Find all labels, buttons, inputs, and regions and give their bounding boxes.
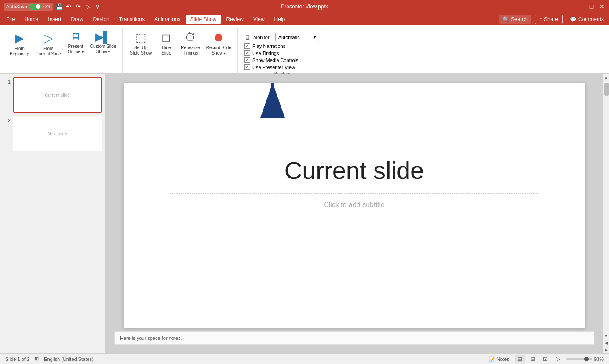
autosave-label: AutoSave [6, 4, 27, 9]
menu-slide-show[interactable]: Slide Show [186, 15, 221, 24]
monitor-dropdown[interactable]: Automatic ▾ [275, 33, 319, 41]
close-icon[interactable]: ✕ [598, 3, 605, 10]
fit-slide-icon[interactable]: ⊞ [35, 356, 39, 362]
slideshow-view-button[interactable]: ▷ [554, 355, 562, 363]
rehearse-timings-button[interactable]: ⏱ RehearseTimings [178, 29, 202, 58]
play-narrations-checkbox[interactable]: ✓ [244, 43, 250, 49]
slide-subtitle-placeholder: Click to add subtitle [324, 201, 385, 209]
hide-slide-icon: ◻ [161, 31, 171, 44]
present-online-icon: 🖥 [70, 31, 81, 43]
setup-icon: ⬚ [135, 31, 146, 44]
search-icon: 🔍 [503, 16, 509, 22]
scroll-up-arrow[interactable]: ▲ [603, 74, 609, 81]
record-label: Record SlideShow ▾ [206, 45, 231, 56]
scroll-next-icon[interactable]: ▶ [603, 346, 609, 353]
more-icon[interactable]: ∨ [94, 3, 101, 10]
show-media-controls-checkbox-row[interactable]: ✓ Show Media Controls [244, 57, 299, 63]
slide-thumb-label-2: Next slide [48, 131, 67, 136]
setup-buttons: ⬚ Set UpSlide Show ◻ HideSlide ⏱ Rehears… [127, 27, 234, 76]
present-icon[interactable]: ▷ [84, 3, 91, 10]
normal-view-button[interactable]: ⊞ [515, 355, 525, 363]
status-bar: Slide 1 of 2 ⊞ English (United States) 📝… [0, 353, 609, 364]
menu-help[interactable]: Help [270, 15, 290, 24]
monitor-dropdown-arrow: ▾ [314, 34, 316, 40]
custom-slide-show-button[interactable]: ▶▌ Custom SlideShow ▾ [88, 29, 119, 56]
main-area: 1 Current slide 2 Next slide [0, 74, 609, 353]
status-bar-right: 📝 Notes ⊞ ⊟ ⊡ ▷ 93% [486, 355, 604, 363]
menu-file[interactable]: File [2, 15, 19, 24]
save-icon[interactable]: 💾 [55, 3, 62, 10]
use-presenter-view-checkbox[interactable]: ✓ [244, 64, 250, 70]
zoom-level: 93% [594, 357, 604, 362]
menu-review[interactable]: Review [222, 15, 248, 24]
menu-view[interactable]: View [249, 15, 269, 24]
custom-show-icon: ▶▌ [95, 31, 111, 43]
slide-thumb-2[interactable]: Next slide [13, 116, 102, 151]
reading-view-button[interactable]: ⊡ [541, 355, 550, 363]
menu-transitions[interactable]: Transitions [115, 15, 149, 24]
menu-bar: File Home Insert Draw Design Transitions… [0, 13, 609, 25]
from-current-icon: ▷ [44, 31, 53, 45]
comments-icon: 💬 [570, 16, 576, 22]
use-timings-checkbox-row[interactable]: ✓ Use Timings [244, 50, 279, 56]
undo-icon[interactable]: ↶ [65, 3, 72, 10]
autosave-toggle[interactable] [29, 4, 41, 10]
monitor-value: Automatic [278, 35, 300, 40]
slide-number-1: 1 [4, 77, 11, 84]
slide-title: Current slide [284, 156, 424, 185]
hide-slide-label: HideSlide [161, 45, 171, 56]
from-current-label: FromCurrent Slide [35, 46, 61, 57]
monitor-row: 🖥 Monitor: Automatic ▾ [244, 33, 319, 41]
slide-canvas[interactable]: Current slide Click to add subtitle [124, 83, 585, 328]
monitor-icon: 🖥 [244, 34, 251, 41]
zoom-slider[interactable] [566, 358, 592, 360]
present-online-label: PresentOnline ▾ [68, 44, 84, 55]
show-media-controls-checkbox[interactable]: ✓ [244, 57, 250, 63]
set-up-slide-show-button[interactable]: ⬚ Set UpSlide Show [127, 29, 154, 58]
menu-draw[interactable]: Draw [66, 15, 88, 24]
from-current-slide-button[interactable]: ▷ FromCurrent Slide [33, 29, 63, 58]
record-icon: ⏺ [213, 31, 224, 44]
use-timings-checkbox[interactable]: ✓ [244, 50, 250, 56]
menu-home[interactable]: Home [20, 15, 43, 24]
play-narrations-checkbox-row[interactable]: ✓ Play Narrations [244, 43, 285, 49]
slide-item-1[interactable]: 1 Current slide [4, 77, 102, 113]
slide-item-2[interactable]: 2 Next slide [4, 116, 102, 151]
scroll-down-arrow[interactable]: ▼ [603, 332, 609, 339]
slide-panel: 1 Current slide 2 Next slide [0, 74, 106, 353]
autosave-badge[interactable]: AutoSave ON [4, 3, 53, 11]
notes-placeholder: Here is your space for notes. [120, 335, 182, 341]
zoom-knob [584, 357, 589, 361]
menu-insert[interactable]: Insert [44, 15, 66, 24]
use-presenter-view-label: Use Presenter View [252, 65, 295, 70]
present-online-arrow: ▾ [82, 50, 84, 54]
share-label: Share [544, 16, 558, 22]
record-slide-show-button[interactable]: ⏺ Record SlideShow ▾ [204, 29, 234, 58]
scroll-prev-icon[interactable]: ◀ [603, 339, 609, 346]
slide-subtitle-box[interactable]: Click to add subtitle [170, 193, 539, 255]
comments-button[interactable]: 💬 Comments [566, 15, 607, 24]
from-beginning-button[interactable]: ▶ FromBeginning [7, 29, 32, 58]
present-online-button[interactable]: 🖥 PresentOnline ▾ [65, 29, 87, 56]
ribbon: ▶ FromBeginning ▷ FromCurrent Slide 🖥 Pr… [0, 25, 609, 74]
slide-thumb-1[interactable]: Current slide [13, 77, 102, 113]
share-button[interactable]: ↑ Share [535, 15, 563, 24]
search-box[interactable]: 🔍 Search [499, 15, 531, 24]
scroll-thumb[interactable] [604, 83, 609, 96]
notes-button[interactable]: 📝 Notes [486, 355, 512, 363]
minimize-icon[interactable]: ─ [577, 3, 584, 10]
play-narrations-label: Play Narrations [252, 44, 285, 49]
slide-sorter-button[interactable]: ⊟ [528, 355, 537, 363]
use-presenter-view-checkbox-row[interactable]: ✓ Use Presenter View [244, 64, 295, 70]
restore-icon[interactable]: □ [588, 3, 595, 10]
menu-design[interactable]: Design [88, 15, 113, 24]
right-scrollbar[interactable]: ▲ ▼ ◀ ▶ [603, 74, 609, 353]
menu-bar-right: 🔍 Search ↑ Share 💬 Comments [499, 15, 607, 24]
redo-icon[interactable]: ↷ [75, 3, 82, 10]
menu-animations[interactable]: Animations [150, 15, 185, 24]
zoom-control: 93% [566, 357, 604, 362]
from-beginning-label: FromBeginning [10, 46, 29, 57]
hide-slide-button[interactable]: ◻ HideSlide [155, 29, 177, 58]
scroll-track[interactable] [603, 81, 609, 332]
notes-area[interactable]: Here is your space for notes. [114, 331, 594, 345]
